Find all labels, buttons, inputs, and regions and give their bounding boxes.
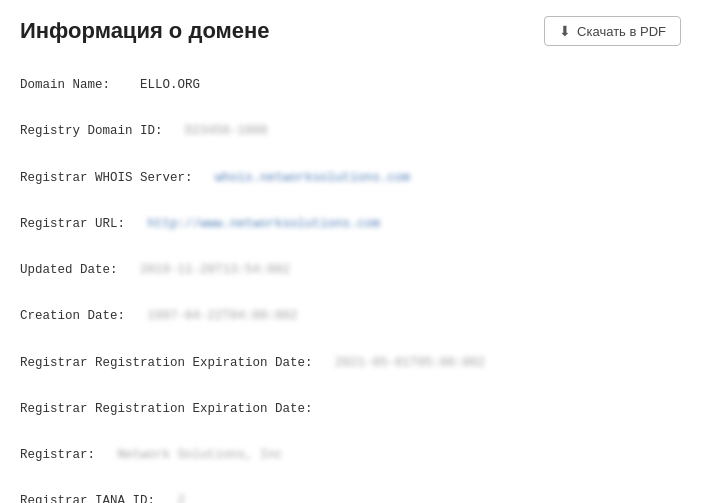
registrar-whois-label: Registrar WHOIS Server: — [20, 171, 193, 185]
domain-name-value: ELLO.ORG — [140, 78, 200, 92]
download-icon: ⬇ — [559, 23, 571, 39]
expiration-date1-row: Registrar Registration Expiration Date: … — [20, 352, 681, 375]
registrar-iana-label: Registrar IANA ID: — [20, 494, 155, 503]
download-button-label: Скачать в PDF — [577, 24, 666, 39]
creation-date-label: Creation Date: — [20, 309, 125, 323]
registrar-url-row: Registrar URL: http://www.networksolutio… — [20, 213, 681, 236]
registrar-iana-value: 2 — [178, 490, 186, 503]
expiration-date1-label: Registrar Registration Expiration Date: — [20, 356, 313, 370]
registry-id-value: D23456-1808 — [185, 120, 268, 143]
registrar-whois-value: whois.networksolutions.com — [215, 167, 410, 190]
registry-id-label: Registry Domain ID: — [20, 124, 163, 138]
domain-name-row: Domain Name: ELLO.ORG — [20, 74, 681, 97]
domain-info-block: Domain Name: ELLO.ORG Registry Domain ID… — [20, 74, 681, 503]
header: Информация о домене ⬇ Скачать в PDF — [20, 16, 681, 56]
registry-id-row: Registry Domain ID: D23456-1808 — [20, 120, 681, 143]
page-container: Информация о домене ⬇ Скачать в PDF Doma… — [0, 0, 701, 503]
page-title: Информация о домене — [20, 18, 270, 44]
registrar-row: Registrar: Network Solutions, Inc — [20, 444, 681, 467]
updated-date-value: 2019-11-20T13:54:002 — [140, 259, 290, 282]
download-pdf-button[interactable]: ⬇ Скачать в PDF — [544, 16, 681, 46]
registrar-value: Network Solutions, Inc — [118, 444, 283, 467]
registrar-iana-row: Registrar IANA ID: 2 — [20, 490, 681, 503]
registrar-whois-row: Registrar WHOIS Server: whois.networksol… — [20, 167, 681, 190]
updated-date-label: Updated Date: — [20, 263, 118, 277]
registrar-label: Registrar: — [20, 448, 95, 462]
expiration-date2-row: Registrar Registration Expiration Date: — [20, 398, 681, 421]
creation-date-row: Creation Date: 1997-04-22T04:00:002 — [20, 305, 681, 328]
expiration-date1-value: 2021-05-01T05:00:002 — [335, 352, 485, 375]
domain-name-label: Domain Name: — [20, 78, 110, 92]
updated-date-row: Updated Date: 2019-11-20T13:54:002 — [20, 259, 681, 282]
expiration-date2-label: Registrar Registration Expiration Date: — [20, 402, 313, 416]
registrar-url-value: http://www.networksolutions.com — [148, 213, 381, 236]
registrar-url-label: Registrar URL: — [20, 217, 125, 231]
creation-date-value: 1997-04-22T04:00:002 — [148, 305, 298, 328]
